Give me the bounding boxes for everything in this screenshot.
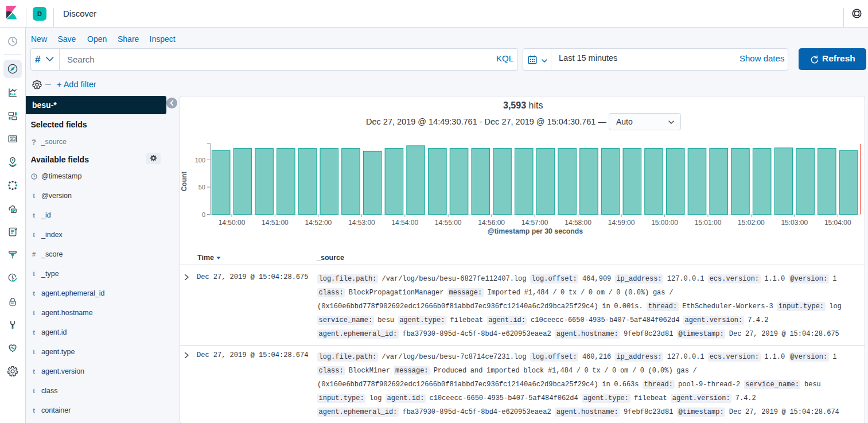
svg-text:0: 0 <box>202 211 205 218</box>
svg-text:100: 100 <box>195 157 205 164</box>
svg-text:14:51:00: 14:51:00 <box>262 219 289 227</box>
svg-text:14:57:00: 14:57:00 <box>521 219 548 227</box>
svg-text:14:58:00: 14:58:00 <box>565 219 591 227</box>
svg-text:14:56:00: 14:56:00 <box>478 219 505 227</box>
svg-text:15:03:00: 15:03:00 <box>781 219 808 227</box>
svg-text:14:53:00: 14:53:00 <box>348 219 375 227</box>
svg-text:14:54:00: 14:54:00 <box>391 219 418 227</box>
svg-text:50: 50 <box>198 184 205 191</box>
svg-text:14:55:00: 14:55:00 <box>435 219 462 227</box>
svg-text:14:50:00: 14:50:00 <box>219 219 246 227</box>
svg-text:15:00:00: 15:00:00 <box>651 219 678 227</box>
svg-text:14:59:00: 14:59:00 <box>608 219 635 227</box>
svg-text:@timestamp per 30 seconds: @timestamp per 30 seconds <box>488 227 583 235</box>
svg-text:15:01:00: 15:01:00 <box>695 219 722 227</box>
svg-text:15:04:00: 15:04:00 <box>824 219 851 227</box>
svg-text:Count: Count <box>180 172 188 192</box>
svg-text:15:02:00: 15:02:00 <box>738 219 765 227</box>
svg-text:14:52:00: 14:52:00 <box>305 219 332 227</box>
